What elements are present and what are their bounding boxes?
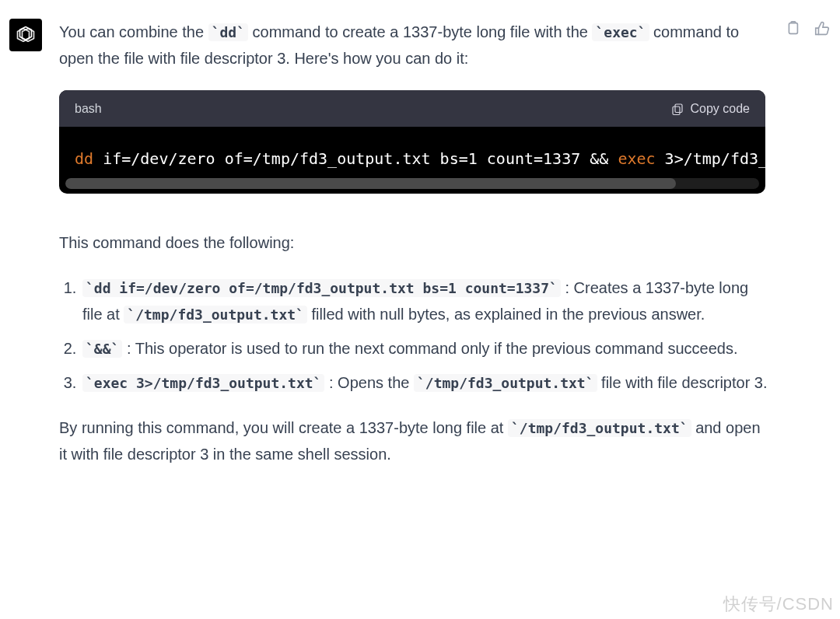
steps-list: `dd if=/dev/zero of=/tmp/fd3_output.txt …: [59, 275, 770, 396]
assistant-avatar: [9, 19, 42, 51]
code-token: 3>/tmp/fd3_ou: [656, 149, 765, 168]
inline-code: `/tmp/fd3_output.txt`: [124, 306, 307, 323]
inline-code: `/tmp/fd3_output.txt`: [414, 374, 597, 392]
openai-logo-icon: [14, 23, 37, 47]
list-item: `dd if=/dev/zero of=/tmp/fd3_output.txt …: [81, 275, 770, 327]
text: file with file descriptor 3.: [601, 374, 767, 391]
explain-lead: This command does the following:: [59, 229, 770, 256]
thumbs-up-icon: [814, 20, 831, 37]
copy-code-label: Copy code: [691, 98, 751, 119]
code-block: bash Copy code dd if=/dev/zero of=/tmp/f…: [59, 90, 765, 194]
code-token: dd: [75, 149, 93, 168]
intro-paragraph: You can combine the `dd` command to crea…: [59, 19, 770, 72]
svg-rect-2: [789, 23, 797, 34]
svg-rect-0: [675, 104, 682, 113]
clipboard-icon: [784, 20, 801, 37]
text: : This operator is used to run the next …: [127, 340, 738, 357]
inline-code-dd: `dd`: [208, 23, 248, 41]
message-content: You can combine the `dd` command to crea…: [59, 19, 831, 475]
copy-message-button[interactable]: [784, 20, 801, 40]
list-item: `&&` : This operator is used to run the …: [81, 335, 770, 362]
inline-code: `dd if=/dev/zero of=/tmp/fd3_output.txt …: [82, 279, 561, 297]
inline-code: `/tmp/fd3_output.txt`: [508, 419, 691, 437]
text: You can combine the: [59, 23, 208, 40]
clipboard-icon: [670, 102, 684, 116]
inline-code-exec: `exec`: [592, 23, 649, 41]
copy-code-button[interactable]: Copy code: [670, 98, 751, 119]
code-body[interactable]: dd if=/dev/zero of=/tmp/fd3_output.txt b…: [59, 127, 765, 178]
code-lang-label: bash: [75, 98, 102, 119]
message-container: You can combine the `dd` command to crea…: [0, 0, 840, 494]
message-actions: [784, 20, 831, 40]
thumbs-up-button[interactable]: [814, 20, 831, 40]
horizontal-scrollbar[interactable]: [65, 178, 759, 189]
text: command to create a 1337-byte long file …: [253, 23, 593, 40]
svg-rect-1: [673, 107, 680, 115]
inline-code: `exec 3>/tmp/fd3_output.txt`: [82, 374, 324, 392]
text: filled with null bytes, as explained in …: [312, 306, 705, 323]
code-token: exec: [618, 149, 655, 168]
scrollbar-thumb[interactable]: [65, 178, 676, 189]
outro-paragraph: By running this command, you will create…: [59, 414, 770, 467]
watermark: 快传号/CSDN: [723, 593, 834, 616]
text: : Opens the: [329, 374, 414, 391]
code-token: if=/dev/zero of=/tmp/fd3_output.txt bs=1…: [93, 149, 618, 168]
inline-code: `&&`: [82, 340, 122, 358]
code-block-header: bash Copy code: [59, 90, 765, 127]
code-body-wrap: dd if=/dev/zero of=/tmp/fd3_output.txt b…: [59, 127, 765, 189]
list-item: `exec 3>/tmp/fd3_output.txt` : Opens the…: [81, 369, 770, 396]
text: By running this command, you will create…: [59, 419, 508, 436]
